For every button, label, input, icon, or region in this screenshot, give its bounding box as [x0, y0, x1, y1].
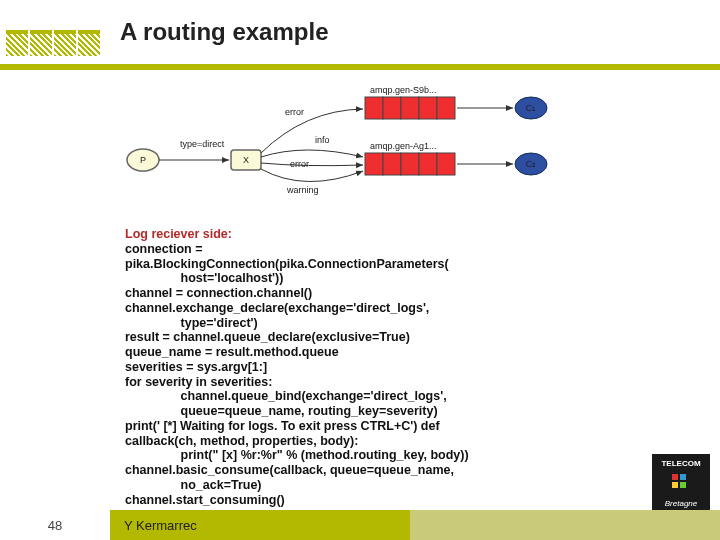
- code-line: channel.start_consuming(): [125, 493, 595, 508]
- queue1-name: amqp.gen-S9b...: [370, 85, 437, 95]
- corner-logo-area: [0, 0, 110, 64]
- footer-author: Y Kermarrec: [110, 510, 410, 540]
- code-line: type='direct'): [125, 316, 595, 331]
- svg-text:Bretagne: Bretagne: [665, 499, 698, 508]
- code-line: for severity in severities:: [125, 375, 595, 390]
- code-line: severities = sys.argv[1:]: [125, 360, 595, 375]
- svg-rect-8: [365, 153, 383, 175]
- svg-rect-12: [437, 153, 455, 175]
- svg-rect-9: [383, 153, 401, 175]
- queue1-icon: [365, 97, 455, 119]
- svg-rect-20: [672, 474, 678, 480]
- svg-text:TELECOM: TELECOM: [661, 459, 700, 468]
- code-line: host='localhost')): [125, 271, 595, 286]
- svg-rect-7: [437, 97, 455, 119]
- svg-rect-22: [672, 482, 678, 488]
- code-line: result = channel.queue_declare(exclusive…: [125, 330, 595, 345]
- type-label: type=direct: [180, 139, 225, 149]
- code-line: queue=queue_name, routing_key=severity): [125, 404, 595, 419]
- binding-info: info: [315, 135, 330, 145]
- footer-fill: [410, 510, 720, 540]
- binding-warning: warning: [286, 185, 319, 195]
- code-line: pika.BlockingConnection(pika.ConnectionP…: [125, 257, 595, 272]
- slide-title: A routing example: [120, 18, 328, 46]
- svg-rect-6: [419, 97, 437, 119]
- code-line: channel = connection.channel(): [125, 286, 595, 301]
- svg-rect-10: [401, 153, 419, 175]
- producer-label: P: [140, 155, 146, 165]
- code-line: channel.basic_consume(callback, queue=qu…: [125, 463, 595, 478]
- content-area: P type=direct X amqp.gen-S9b... amqp.gen…: [125, 75, 595, 507]
- title-bar: A routing example: [0, 0, 720, 64]
- svg-rect-3: [365, 97, 383, 119]
- binding-error-top: error: [285, 107, 304, 117]
- slide: A routing example P type=direct X amqp.g…: [0, 0, 720, 540]
- code-line: connection =: [125, 242, 595, 257]
- queue2-icon: [365, 153, 455, 175]
- svg-rect-11: [419, 153, 437, 175]
- page-number: 48: [0, 510, 110, 540]
- title-divider: [0, 64, 720, 70]
- svg-rect-4: [383, 97, 401, 119]
- code-block: Log reciever side: connection = pika.Blo…: [125, 227, 595, 507]
- svg-rect-23: [680, 482, 686, 488]
- binding-error-mid: error: [290, 159, 309, 169]
- code-line: channel.queue_bind(exchange='direct_logs…: [125, 389, 595, 404]
- code-line: channel.exchange_declare(exchange='direc…: [125, 301, 595, 316]
- decor-pattern-icon: [6, 30, 102, 60]
- code-heading: Log reciever side:: [125, 227, 595, 242]
- svg-rect-21: [680, 474, 686, 480]
- svg-rect-5: [401, 97, 419, 119]
- consumer1-label: C₁: [526, 103, 537, 113]
- code-line: no_ack=True): [125, 478, 595, 493]
- code-line: queue_name = result.method.queue: [125, 345, 595, 360]
- code-line: print(" [x] %r:%r" % (method.routing_key…: [125, 448, 595, 463]
- queue2-name: amqp.gen-Ag1...: [370, 141, 437, 151]
- code-line: print(' [*] Waiting for logs. To exit pr…: [125, 419, 595, 434]
- routing-diagram: P type=direct X amqp.gen-S9b... amqp.gen…: [125, 75, 595, 215]
- footer: 48 Y Kermarrec: [0, 510, 720, 540]
- exchange-label: X: [243, 155, 249, 165]
- code-line: callback(ch, method, properties, body):: [125, 434, 595, 449]
- consumer2-label: C₂: [526, 159, 537, 169]
